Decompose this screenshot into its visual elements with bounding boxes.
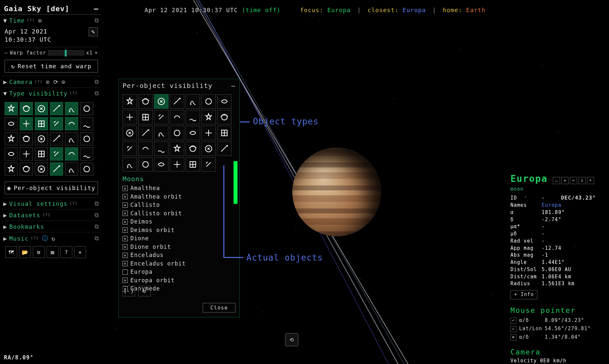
type-toggle[interactable] — [20, 147, 33, 161]
map-icon[interactable]: 🗺 — [5, 246, 17, 258]
popup-type-toggle[interactable] — [154, 94, 169, 109]
moon-item[interactable]: Dione orbit — [123, 243, 236, 251]
type-toggle[interactable] — [80, 102, 93, 115]
typevis-section-header[interactable]: ▼ Type visibility (?) ⧉ — [2, 87, 101, 99]
folder-icon[interactable]: 📂 — [19, 246, 31, 258]
popup-type-toggle[interactable] — [217, 141, 232, 156]
reset-time-button[interactable]: ↻ Reset time and warp — [5, 60, 98, 73]
recenter-button[interactable]: ⟲ — [285, 333, 298, 346]
type-toggle[interactable] — [20, 162, 33, 176]
popup-type-toggle[interactable] — [186, 126, 200, 140]
popup-type-toggle[interactable] — [154, 157, 169, 172]
moon-checkbox[interactable] — [123, 261, 128, 266]
minimize-icon[interactable]: – — [94, 5, 99, 13]
type-toggle[interactable] — [80, 117, 93, 130]
moon-checkbox[interactable] — [123, 203, 128, 208]
popup-type-toggle[interactable] — [138, 110, 153, 124]
type-toggle[interactable] — [35, 132, 48, 145]
type-toggle[interactable] — [65, 132, 78, 145]
help-icon[interactable]: (?) — [70, 91, 78, 96]
obj-icon[interactable]: ⌖ — [587, 177, 594, 184]
type-toggle[interactable] — [80, 132, 93, 145]
popup-type-toggle[interactable] — [186, 141, 200, 156]
more-info-button[interactable]: + Info — [510, 290, 537, 299]
popup-type-toggle[interactable] — [201, 110, 216, 124]
info-icon[interactable]: ⓘ — [42, 234, 48, 242]
obj-icon[interactable]: ◡ — [553, 177, 560, 184]
obj-icon[interactable]: ★ — [561, 177, 569, 184]
type-toggle[interactable] — [20, 132, 33, 145]
play-icon[interactable]: ⊙ — [38, 17, 42, 24]
type-toggle[interactable] — [50, 147, 63, 161]
moon-checkbox[interactable] — [123, 219, 128, 225]
type-toggle[interactable] — [5, 147, 18, 161]
popup-type-toggle[interactable] — [217, 126, 232, 140]
moon-checkbox[interactable] — [123, 236, 128, 241]
popup-type-toggle[interactable] — [123, 94, 137, 109]
moon-checkbox[interactable] — [123, 186, 128, 191]
close-icon[interactable]: ✕ — [74, 246, 86, 258]
per-object-visibility-button[interactable]: ◉ Per-object visibility — [5, 182, 98, 194]
help-icon[interactable]: ? — [60, 246, 72, 258]
popup-type-toggle[interactable] — [186, 157, 200, 172]
popup-type-toggle[interactable] — [186, 110, 200, 124]
popup-type-toggle[interactable] — [154, 110, 169, 124]
help-icon[interactable]: (?) — [27, 18, 35, 23]
visual-section-header[interactable]: ▶Visual settings (?) ⧉ — [2, 198, 101, 209]
popup-type-toggle[interactable] — [170, 126, 184, 140]
popup-type-toggle[interactable] — [138, 94, 153, 109]
select-all-button[interactable]: (·) — [123, 286, 135, 296]
moon-item[interactable]: Europa — [123, 268, 236, 276]
popout-icon[interactable]: ⧉ — [95, 78, 99, 85]
circle-icon[interactable]: ⊙ — [46, 78, 50, 85]
popout-icon[interactable]: ⧉ — [95, 223, 99, 230]
type-toggle[interactable] — [65, 147, 78, 161]
popup-type-toggle[interactable] — [138, 157, 153, 172]
popup-type-toggle[interactable] — [170, 157, 184, 172]
popup-type-toggle[interactable] — [154, 141, 169, 156]
popout-icon[interactable]: ⧉ — [95, 17, 99, 24]
type-toggle[interactable] — [65, 162, 78, 176]
warp-slider[interactable] — [48, 50, 84, 55]
moon-item[interactable]: Callisto — [123, 201, 236, 209]
type-toggle[interactable] — [65, 102, 78, 115]
edit-time-button[interactable]: ✎ — [89, 27, 98, 36]
popup-type-toggle[interactable] — [154, 126, 169, 140]
moon-item[interactable]: Amalthea orbit — [123, 193, 236, 201]
popup-type-toggle[interactable] — [123, 157, 137, 172]
warp-decrease[interactable]: – — [5, 50, 8, 56]
type-toggle[interactable] — [50, 132, 63, 145]
log-icon[interactable]: ▤ — [47, 246, 58, 258]
type-toggle[interactable] — [50, 162, 63, 176]
help-icon[interactable]: (?) — [34, 79, 43, 84]
popup-type-toggle[interactable] — [138, 126, 153, 140]
type-toggle[interactable] — [50, 117, 63, 130]
type-toggle[interactable] — [5, 162, 18, 176]
obj-icon[interactable]: ↔ — [570, 177, 577, 184]
planet-jupiter[interactable] — [292, 148, 381, 236]
mouse-badge[interactable]: ➹ — [510, 317, 516, 324]
type-toggle[interactable] — [35, 102, 48, 115]
type-toggle[interactable] — [35, 162, 48, 176]
popup-type-toggle[interactable] — [170, 110, 184, 124]
type-toggle[interactable] — [20, 102, 33, 115]
moon-item[interactable]: Dione — [123, 234, 236, 243]
popout-icon[interactable]: ⧉ — [95, 200, 99, 207]
popup-minimize-icon[interactable]: – — [231, 82, 236, 90]
popup-type-toggle[interactable] — [217, 94, 232, 109]
help-icon[interactable]: (?) — [31, 236, 39, 241]
popup-type-toggle[interactable] — [201, 126, 216, 140]
moon-item[interactable]: Callisto orbit — [123, 209, 236, 218]
type-toggle[interactable] — [5, 102, 18, 115]
moon-item[interactable]: Deimos — [123, 218, 236, 226]
moon-checkbox[interactable] — [123, 244, 128, 249]
moon-checkbox[interactable] — [123, 211, 128, 216]
type-toggle[interactable] — [50, 102, 63, 115]
moon-item[interactable]: Deimos orbit — [123, 226, 236, 235]
moon-list[interactable]: AmaltheaAmalthea orbitCallistoCallisto o… — [119, 184, 239, 283]
popup-type-toggle[interactable] — [201, 94, 216, 109]
type-toggle[interactable] — [35, 117, 48, 130]
moon-item[interactable]: Enceladus orbit — [123, 260, 236, 268]
type-toggle[interactable] — [65, 117, 78, 130]
moon-item[interactable]: Amalthea — [123, 184, 236, 193]
